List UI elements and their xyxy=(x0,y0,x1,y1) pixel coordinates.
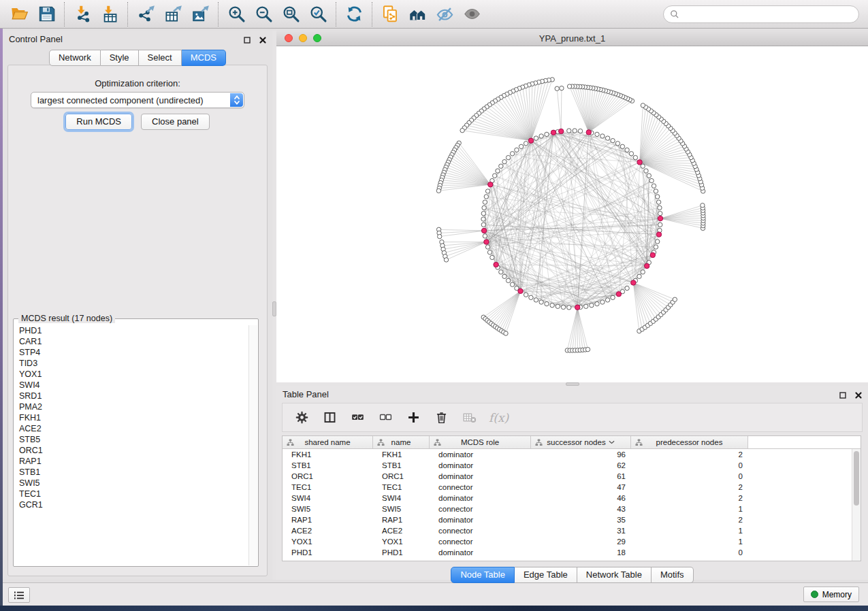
network-hub-node[interactable] xyxy=(637,160,642,165)
table-settings-button[interactable] xyxy=(293,410,310,426)
table-row[interactable]: FKH1FKH1dominator962 xyxy=(283,449,861,460)
network-hub-node[interactable] xyxy=(650,252,655,257)
column-header-shared-name[interactable]: shared name xyxy=(283,436,373,448)
network-node[interactable] xyxy=(629,152,633,156)
network-node[interactable] xyxy=(654,245,658,249)
cell-name[interactable]: STB1 xyxy=(373,460,430,471)
cell-mcds-role[interactable]: connector xyxy=(430,503,531,514)
network-node[interactable] xyxy=(499,164,503,168)
network-node[interactable] xyxy=(641,270,645,274)
cell-shared-name[interactable]: FKH1 xyxy=(283,449,373,460)
export-network-button[interactable] xyxy=(132,3,159,26)
network-node[interactable] xyxy=(611,295,615,299)
cell-mcds-role[interactable]: connector xyxy=(430,536,531,547)
control-panel-close-button[interactable] xyxy=(258,35,267,44)
network-hub-node[interactable] xyxy=(616,292,621,297)
cell-successor-nodes[interactable]: 18 xyxy=(531,547,631,558)
mcds-result-item[interactable]: ORC1 xyxy=(14,445,248,456)
column-header-mcds-role[interactable]: MCDS role xyxy=(430,436,531,448)
network-node[interactable] xyxy=(493,174,497,178)
network-node[interactable] xyxy=(519,144,523,148)
mcds-result-item[interactable]: RAP1 xyxy=(14,456,248,467)
network-node[interactable] xyxy=(649,178,654,182)
network-hub-node[interactable] xyxy=(518,288,523,293)
first-neighbors-button[interactable] xyxy=(404,3,431,26)
network-node[interactable] xyxy=(644,169,648,173)
mcds-result-item[interactable]: STP4 xyxy=(14,347,248,358)
network-leaf-node[interactable] xyxy=(555,86,559,90)
network-node[interactable] xyxy=(539,134,543,138)
table-panel-close-button[interactable] xyxy=(854,391,863,399)
network-leaf-node[interactable] xyxy=(585,347,590,351)
refresh-button[interactable] xyxy=(340,3,368,26)
network-node[interactable] xyxy=(481,212,485,216)
network-leaf-node[interactable] xyxy=(460,129,464,133)
network-node[interactable] xyxy=(481,217,485,221)
network-node[interactable] xyxy=(625,286,629,290)
network-node[interactable] xyxy=(490,255,494,259)
table-row[interactable]: SWI5SWI5connector431 xyxy=(283,503,861,514)
cell-predecessor-nodes[interactable]: 0 xyxy=(631,471,748,482)
network-leaf-node[interactable] xyxy=(560,86,564,90)
show-columns-button[interactable] xyxy=(321,410,338,426)
mcds-result-item[interactable]: TEC1 xyxy=(14,489,248,499)
network-hub-node[interactable] xyxy=(551,130,556,135)
network-hub-node[interactable] xyxy=(488,182,493,187)
cell-predecessor-nodes[interactable]: 2 xyxy=(631,493,748,503)
network-leaf-node[interactable] xyxy=(436,188,440,193)
network-node[interactable] xyxy=(656,200,660,204)
cell-successor-nodes[interactable]: 96 xyxy=(531,449,631,460)
network-leaf-node[interactable] xyxy=(438,234,442,238)
table-row[interactable]: SWI4SWI4dominator462 xyxy=(283,493,861,503)
network-node[interactable] xyxy=(545,132,549,136)
cell-successor-nodes[interactable]: 43 xyxy=(531,503,631,514)
open-file-button[interactable] xyxy=(5,3,33,26)
network-node[interactable] xyxy=(510,282,514,286)
network-node[interactable] xyxy=(567,306,571,310)
network-hub-node[interactable] xyxy=(559,129,564,133)
network-node[interactable] xyxy=(534,136,538,140)
network-canvas[interactable] xyxy=(276,46,868,382)
network-leaf-node[interactable] xyxy=(504,331,508,335)
network-leaf-node[interactable] xyxy=(567,84,571,88)
mcds-result-item[interactable]: ACE2 xyxy=(14,423,248,434)
network-node[interactable] xyxy=(481,222,485,227)
cell-successor-nodes[interactable]: 62 xyxy=(531,460,631,471)
network-node[interactable] xyxy=(658,205,662,210)
delete-column-button[interactable] xyxy=(433,410,449,426)
network-node[interactable] xyxy=(496,169,500,173)
network-node[interactable] xyxy=(483,234,487,238)
cell-shared-name[interactable]: SWI4 xyxy=(283,493,373,503)
mcds-result-scrollbar[interactable] xyxy=(248,325,257,565)
zoom-fit-button[interactable] xyxy=(277,3,304,26)
cell-shared-name[interactable]: STB1 xyxy=(283,460,373,471)
network-node[interactable] xyxy=(584,304,588,308)
cell-mcds-role[interactable]: dominator xyxy=(430,471,531,482)
mcds-result-item[interactable]: STB1 xyxy=(14,467,248,478)
cell-shared-name[interactable]: ORC1 xyxy=(283,471,373,482)
network-node[interactable] xyxy=(656,195,660,199)
network-node[interactable] xyxy=(534,298,538,302)
zoom-selected-button[interactable] xyxy=(304,3,332,26)
network-node[interactable] xyxy=(529,295,533,299)
network-node[interactable] xyxy=(654,189,658,193)
cell-mcds-role[interactable]: connector xyxy=(430,482,531,493)
tab-network-table[interactable]: Network Table xyxy=(577,567,652,583)
network-node[interactable] xyxy=(573,129,577,133)
column-header-predecessor-nodes[interactable]: predecessor nodes xyxy=(631,436,748,448)
network-hub-node[interactable] xyxy=(575,305,580,310)
zoom-in-button[interactable] xyxy=(223,3,250,26)
network-node[interactable] xyxy=(499,270,503,274)
table-row[interactable]: STB1STB1dominator620 xyxy=(283,460,861,471)
network-node[interactable] xyxy=(483,200,487,204)
network-node[interactable] xyxy=(578,129,582,133)
network-leaf-node[interactable] xyxy=(673,297,677,301)
network-hub-node[interactable] xyxy=(481,228,486,233)
network-node[interactable] xyxy=(561,305,565,309)
tab-select[interactable]: Select xyxy=(139,50,182,66)
run-mcds-button[interactable]: Run MCDS xyxy=(65,114,132,130)
network-node[interactable] xyxy=(600,134,605,138)
cell-name[interactable]: ORC1 xyxy=(373,471,430,482)
mcds-result-item[interactable]: PMA2 xyxy=(14,401,248,412)
cell-mcds-role[interactable]: dominator xyxy=(430,547,531,558)
